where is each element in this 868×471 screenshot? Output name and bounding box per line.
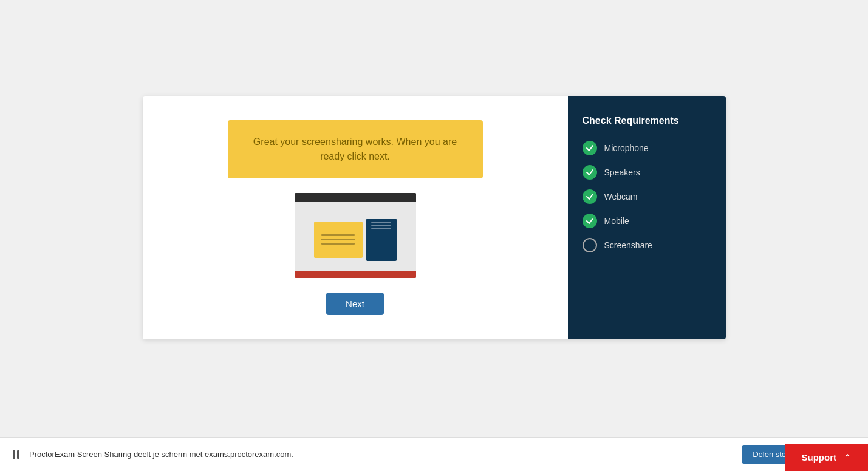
screen-card-blue [366,219,397,261]
check-icon-webcam [586,192,594,201]
req-label-mobile: Mobile [604,216,629,226]
check-icon-microphone [586,144,594,152]
line2 [321,239,354,240]
req-item-screenshare: Screenshare [583,238,711,252]
pause-icon [13,450,19,459]
req-label-speakers: Speakers [604,168,640,177]
bottom-bar: ProctorExam Screen Sharing deelt je sche… [0,437,868,471]
check-icon-speakers [586,168,594,177]
req-label-microphone: Microphone [604,143,649,153]
next-button[interactable]: Next [326,293,384,315]
req-label-screenshare: Screenshare [604,240,652,250]
req-icon-webcam [583,189,597,204]
pause-bar-1 [13,450,15,459]
card-wrapper: Great your screensharing works. When you… [143,96,726,339]
support-button[interactable]: Support ⌃ [785,444,869,471]
req-icon-mobile [583,214,597,228]
check-icon-mobile [586,217,594,225]
req-item-mobile: Mobile [583,214,711,228]
screen-inner [295,193,416,278]
requirements-title: Check Requirements [583,115,711,126]
requirements-list: Microphone Speakers [583,141,711,252]
screen-content [295,202,416,278]
pause-bar-2 [17,450,19,459]
req-item-microphone: Microphone [583,141,711,155]
left-panel: Great your screensharing works. When you… [143,96,568,339]
screenshare-preview [295,193,416,278]
screen-bottom-bar [295,271,416,278]
req-icon-screenshare [583,238,597,252]
pause-icon-container [10,449,22,461]
screen-topbar [295,193,416,202]
message-box: Great your screensharing works. When you… [228,120,483,178]
message-text: Great your screensharing works. When you… [247,135,463,164]
req-label-webcam: Webcam [604,192,638,202]
bottom-bar-text: ProctorExam Screen Sharing deelt je sche… [29,450,742,459]
main-container: Great your screensharing works. When you… [0,0,868,471]
chevron-up-icon: ⌃ [844,453,851,463]
req-icon-speakers [583,165,597,180]
support-label: Support [802,452,837,463]
req-item-speakers: Speakers [583,165,711,180]
screen-card-yellow [314,222,363,258]
req-item-webcam: Webcam [583,189,711,204]
req-icon-microphone [583,141,597,155]
blue-line2 [371,225,392,226]
blue-line1 [371,222,392,223]
blue-line3 [371,228,392,229]
right-panel: Check Requirements Microphone [568,96,726,339]
line3 [321,243,354,245]
line1 [321,234,354,236]
